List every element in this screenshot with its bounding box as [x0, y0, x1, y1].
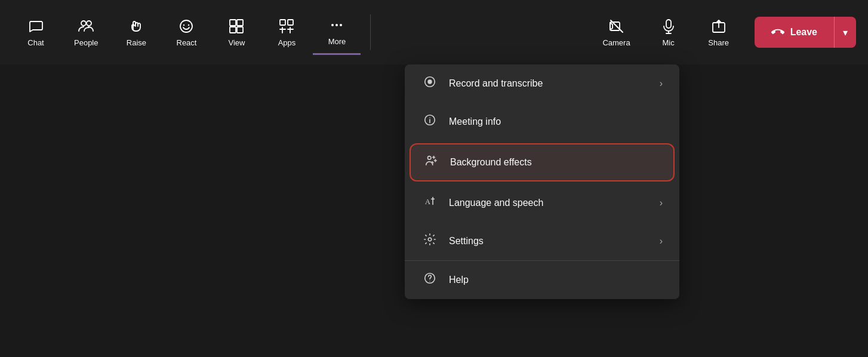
- people-label: People: [74, 38, 98, 47]
- toolbar-left: Chat People Raise: [12, 10, 590, 55]
- dropdown-item-meeting-info[interactable]: Meeting info: [405, 103, 679, 141]
- leave-chevron-icon: ▾: [843, 27, 848, 38]
- svg-point-12: [335, 24, 338, 26]
- share-label: Share: [708, 38, 729, 47]
- svg-point-24: [429, 118, 430, 118]
- more-label: More: [328, 37, 346, 46]
- toolbar-item-view[interactable]: View: [213, 11, 260, 54]
- raise-icon: [128, 18, 144, 35]
- meeting-info-icon: [421, 113, 438, 130]
- meeting-info-label: Meeting info: [449, 116, 663, 127]
- svg-point-11: [331, 24, 334, 26]
- svg-point-2: [180, 20, 192, 32]
- language-speech-label: Language and speech: [449, 198, 649, 208]
- mic-icon: [660, 18, 677, 35]
- leave-button[interactable]: Leave: [755, 17, 834, 48]
- react-label: React: [177, 38, 197, 47]
- toolbar-divider: [370, 14, 371, 50]
- svg-rect-7: [230, 27, 236, 33]
- chat-label: Chat: [27, 38, 44, 47]
- language-speech-chevron: ›: [660, 198, 663, 208]
- leave-chevron-button[interactable]: ▾: [834, 17, 856, 48]
- more-icon: [328, 17, 345, 33]
- help-label: Help: [449, 275, 663, 285]
- people-icon: [78, 18, 94, 35]
- mic-label: Mic: [663, 38, 675, 47]
- dropdown-item-settings[interactable]: Settings ›: [405, 222, 679, 260]
- background-effects-icon: [423, 154, 439, 171]
- record-icon: [421, 75, 438, 92]
- background-effects-label: Background effects: [450, 157, 661, 168]
- svg-point-36: [429, 281, 430, 281]
- toolbar-item-apps[interactable]: Apps: [263, 11, 310, 54]
- svg-rect-5: [230, 20, 236, 26]
- phone-icon: [771, 26, 784, 39]
- view-icon: [228, 18, 245, 35]
- apps-label: Apps: [278, 38, 296, 47]
- leave-button-group[interactable]: Leave ▾: [755, 17, 856, 48]
- svg-rect-10: [288, 20, 293, 25]
- dropdown-item-background-effects[interactable]: Background effects: [410, 143, 675, 181]
- toolbar-item-chat[interactable]: Chat: [12, 11, 60, 54]
- share-icon: [710, 18, 727, 35]
- settings-chevron: ›: [660, 236, 663, 247]
- svg-text:A: A: [425, 198, 431, 206]
- toolbar-item-camera[interactable]: Camera: [590, 11, 642, 54]
- toolbar-item-share[interactable]: Share: [695, 11, 743, 54]
- raise-label: Raise: [127, 38, 146, 47]
- more-dropdown: Record and transcribe › Meeting info: [405, 64, 679, 299]
- svg-point-4: [188, 24, 189, 25]
- svg-point-1: [87, 21, 91, 26]
- toolbar-item-more[interactable]: More: [313, 10, 361, 55]
- svg-point-34: [428, 238, 432, 241]
- dropdown-item-help[interactable]: Help: [405, 261, 679, 299]
- toolbar-item-react[interactable]: React: [162, 11, 210, 54]
- toolbar-item-raise[interactable]: Raise: [112, 11, 160, 54]
- toolbar-item-people[interactable]: People: [62, 11, 110, 54]
- svg-rect-9: [280, 20, 285, 25]
- record-label: Record and transcribe: [449, 78, 649, 89]
- dropdown-item-record[interactable]: Record and transcribe ›: [405, 64, 679, 103]
- svg-point-0: [81, 21, 86, 26]
- svg-rect-8: [237, 27, 243, 33]
- toolbar: Chat People Raise: [0, 0, 868, 64]
- dropdown-item-language-speech[interactable]: A Language and speech ›: [405, 184, 679, 222]
- toolbar-right: Camera Mic Share: [590, 11, 742, 54]
- apps-icon: [278, 18, 295, 35]
- toolbar-item-mic[interactable]: Mic: [645, 11, 692, 54]
- svg-rect-16: [666, 20, 671, 28]
- svg-point-25: [428, 156, 432, 160]
- settings-icon: [421, 233, 438, 250]
- svg-rect-6: [237, 20, 243, 26]
- react-icon: [178, 18, 195, 35]
- svg-point-13: [340, 24, 342, 26]
- chat-icon: [27, 18, 44, 35]
- svg-point-3: [183, 24, 184, 25]
- settings-label: Settings: [449, 236, 649, 247]
- camera-off-icon: [608, 18, 625, 35]
- leave-label: Leave: [790, 27, 817, 38]
- svg-point-21: [427, 79, 432, 84]
- camera-label: Camera: [602, 38, 630, 47]
- language-speech-icon: A: [421, 195, 438, 211]
- help-icon: [421, 272, 438, 288]
- view-label: View: [229, 38, 245, 47]
- record-chevron: ›: [660, 78, 663, 89]
